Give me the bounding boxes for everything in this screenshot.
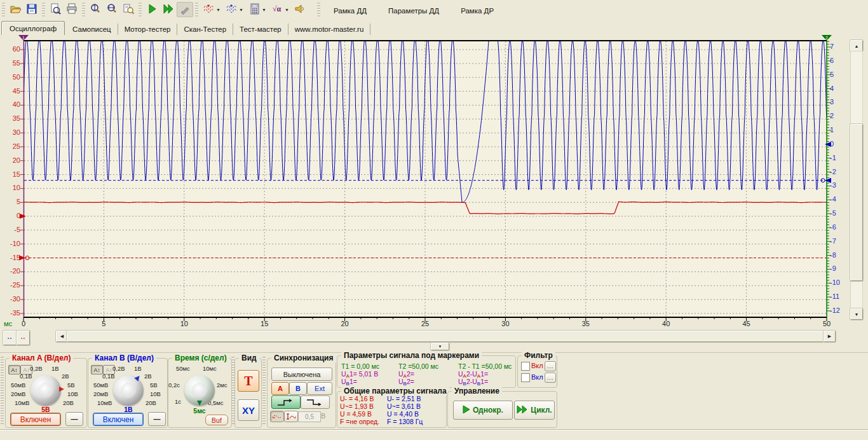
view-xy-button[interactable]: XY [238, 399, 259, 421]
knob-selected-value: 5В [31, 406, 61, 413]
left-axis-label: 50 [0, 73, 20, 81]
knob-scale-label: 10В [150, 390, 161, 397]
right-axis-label: -9 [830, 265, 848, 272]
zoom-horizontal-button[interactable] [104, 2, 120, 17]
run-cycle-button[interactable] [160, 2, 177, 17]
panel-grip[interactable] [1, 357, 4, 424]
filter-checkbox-1[interactable] [521, 362, 530, 371]
channel-a-minus-button[interactable]: — [65, 412, 83, 426]
left-axis-label: -10 [0, 240, 20, 247]
view-panel: Вид T XY [234, 358, 262, 428]
channel-scale-mode-button-1[interactable]: А↕ [8, 365, 20, 375]
panel-grip[interactable] [262, 357, 266, 424]
vscroll-down-button[interactable]: ▼ [850, 308, 863, 320]
filter-label: Вкл [531, 362, 543, 369]
print-button[interactable] [64, 2, 80, 17]
toolbar-grip[interactable] [2, 3, 5, 17]
run-cycle-icon [162, 3, 175, 17]
time-panel: Время (с/дел) 50мс10мс0,2с2мс1с0,5мс5мсB… [168, 358, 232, 428]
wave-red-button[interactable]: ▼ [200, 2, 223, 17]
filter-settings-button-2[interactable]: ... [545, 373, 556, 383]
marker2-scroll-button[interactable]: .. [17, 331, 30, 345]
right-axis-label: -1 [830, 154, 848, 162]
wave-blue-button[interactable]: ▼ [223, 2, 246, 17]
run-once-button[interactable] [144, 2, 160, 17]
tab-2[interactable]: Самописец [66, 24, 118, 35]
run-cycle-button[interactable]: Цикл. [514, 401, 555, 420]
sync-source-b-button[interactable]: B [289, 382, 307, 395]
sync-source-ext-button[interactable]: Ext [307, 382, 332, 395]
sync-mode-auto-button[interactable] [270, 411, 284, 422]
oscilloscope-plot[interactable]: 12 [0, 35, 868, 352]
sync-source-a-button[interactable]: А [271, 382, 289, 395]
filter-label: Вкл [531, 373, 543, 381]
channel-a-power-button[interactable]: Включен [11, 413, 60, 425]
right-axis-label: 0 [830, 140, 848, 148]
hscroll-thumb[interactable] [67, 331, 824, 342]
toolbar-text-button-1[interactable]: Рамка ДД [327, 3, 373, 17]
volts-per-div-knob[interactable] [31, 375, 61, 406]
x-axis-label: 0 [11, 320, 36, 327]
speaker-button[interactable] [292, 2, 308, 17]
tab-4[interactable]: Скан-Тестер [177, 24, 233, 35]
tab-6[interactable]: www.motor-master.ru [288, 24, 371, 35]
edit-disabled-button[interactable] [177, 2, 193, 17]
filter-title: Фильтр [522, 351, 555, 360]
collapse-panel-button[interactable]: ▼ [431, 343, 449, 350]
toolbar-text-button-3[interactable]: Рамка ДР [454, 3, 500, 17]
toolbar-grip[interactable] [195, 3, 198, 17]
filter-settings-button-1[interactable]: ... [545, 361, 556, 371]
knob-scale-label: 50мс [176, 365, 190, 372]
left-axis-label: 55 [0, 59, 20, 67]
save-button[interactable] [24, 2, 40, 17]
left-axis-label: -15 [0, 254, 20, 261]
toolbar-grip[interactable] [139, 3, 142, 17]
knob-scale-label: 20мВ [11, 390, 25, 397]
sync-mode-level-button[interactable] [284, 411, 298, 422]
sync-edge-rising-button[interactable] [271, 395, 301, 409]
knob-scale-label: 2В [144, 373, 152, 380]
channel-b-panel: Канал B (В/дел) А↕А↕0,2В1В0,1В2В50мВ5В20… [88, 358, 168, 428]
marker-measurement: UВ2-UВ1= [458, 378, 488, 387]
run-once-button[interactable]: Однокр. [453, 401, 513, 420]
sync-level-input[interactable] [298, 411, 321, 422]
zoom-selection-button[interactable] [120, 2, 137, 17]
open-folder-button[interactable] [7, 2, 24, 17]
toolbar-grip[interactable] [317, 3, 320, 17]
tab-3[interactable]: Мотор-тестер [118, 24, 178, 35]
left-axis-label: 30 [0, 128, 20, 136]
sync-off-button[interactable]: Выключена [271, 368, 332, 381]
time-title: Время (с/дел) [172, 354, 229, 362]
tab-bar: ОсциллографСамописецМотор-тестерСкан-Тес… [0, 19, 868, 35]
open-folder-icon [9, 3, 22, 17]
marker-measurement: UВ1= [341, 378, 357, 387]
filter-checkbox-2[interactable] [521, 373, 530, 382]
left-axis-label: 60 [0, 45, 20, 53]
play-icon [463, 405, 470, 416]
tab-1[interactable]: Осциллограф [1, 21, 65, 35]
toolbar-text-button-2[interactable]: Параметры ДД [382, 3, 445, 17]
channel-b-power-button[interactable]: Включен [93, 413, 143, 425]
sqrt-button[interactable]: √α▼ [269, 2, 292, 17]
tab-5[interactable]: Тест-мастер [233, 24, 288, 35]
toolbar-grip[interactable] [82, 3, 85, 17]
view-t-button[interactable]: T [238, 370, 259, 392]
hscroll-right-button[interactable]: ▶ [824, 331, 836, 342]
calculator-button[interactable]: ▼ [246, 2, 269, 17]
print-preview-button[interactable] [47, 2, 64, 17]
zoom-vertical-button[interactable] [87, 2, 104, 17]
x-axis-label: 25 [412, 320, 438, 327]
marker1-scroll-button[interactable]: .. [3, 331, 17, 345]
buffer-button[interactable]: Buf [205, 415, 228, 425]
vscroll-thumb[interactable] [850, 124, 863, 281]
vscroll-up-button[interactable]: ▲ [850, 40, 863, 52]
dropdown-arrow-icon: ▼ [239, 8, 243, 12]
channel-scale-mode-button-1[interactable]: А↕ [91, 365, 103, 375]
knob-scale-label: 0,2В [112, 365, 125, 372]
sync-level-unit: В [321, 412, 325, 420]
right-axis-label: 7 [830, 43, 848, 50]
channel-b-minus-button[interactable]: — [148, 412, 166, 426]
knob-selected-value: 1В [113, 406, 144, 413]
sync-edge-falling-button[interactable] [301, 395, 330, 409]
toolbar-grip[interactable] [42, 3, 45, 17]
